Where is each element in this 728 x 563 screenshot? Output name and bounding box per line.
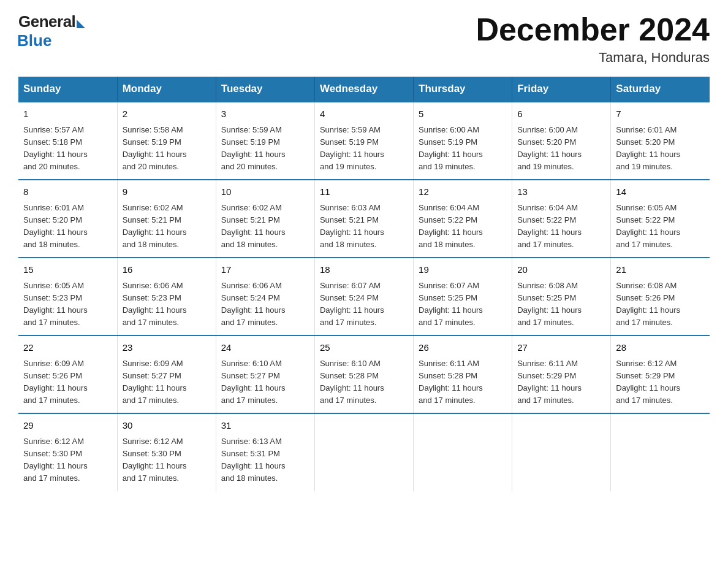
day-info: Sunrise: 6:08 AMSunset: 5:26 PMDaylight:… <box>616 280 705 329</box>
calendar-cell: 2Sunrise: 5:58 AMSunset: 5:19 PMDaylight… <box>117 102 216 180</box>
day-info: Sunrise: 5:59 AMSunset: 5:19 PMDaylight:… <box>320 124 408 174</box>
calendar-week-row: 29Sunrise: 6:12 AMSunset: 5:30 PMDayligh… <box>18 413 710 491</box>
day-info: Sunrise: 6:09 AMSunset: 5:26 PMDaylight:… <box>23 358 112 407</box>
calendar-cell: 24Sunrise: 6:10 AMSunset: 5:27 PMDayligh… <box>216 335 314 413</box>
calendar-cell: 27Sunrise: 6:11 AMSunset: 5:29 PMDayligh… <box>512 335 611 413</box>
day-number: 24 <box>221 341 309 355</box>
calendar-cell: 14Sunrise: 6:05 AMSunset: 5:22 PMDayligh… <box>611 180 710 258</box>
calendar-cell: 16Sunrise: 6:06 AMSunset: 5:23 PMDayligh… <box>117 258 216 335</box>
calendar-cell: 3Sunrise: 5:59 AMSunset: 5:19 PMDaylight… <box>216 102 314 180</box>
day-info: Sunrise: 6:02 AMSunset: 5:21 PMDaylight:… <box>221 202 309 251</box>
header-sunday: Sunday <box>18 77 117 102</box>
calendar-cell <box>314 413 413 491</box>
day-info: Sunrise: 6:08 AMSunset: 5:25 PMDaylight:… <box>517 280 605 329</box>
header-wednesday: Wednesday <box>314 77 413 102</box>
calendar-cell: 23Sunrise: 6:09 AMSunset: 5:27 PMDayligh… <box>117 335 216 413</box>
day-number: 27 <box>517 341 605 355</box>
day-number: 9 <box>123 185 211 199</box>
day-info: Sunrise: 6:07 AMSunset: 5:25 PMDaylight:… <box>419 280 507 329</box>
calendar-cell: 31Sunrise: 6:13 AMSunset: 5:31 PMDayligh… <box>216 413 314 491</box>
day-number: 6 <box>517 107 605 121</box>
day-info: Sunrise: 6:07 AMSunset: 5:24 PMDaylight:… <box>320 280 408 329</box>
month-title: December 2024 <box>476 12 710 47</box>
day-number: 15 <box>23 263 112 277</box>
day-number: 1 <box>23 107 112 121</box>
calendar-week-row: 15Sunrise: 6:05 AMSunset: 5:23 PMDayligh… <box>18 258 710 335</box>
day-info: Sunrise: 6:13 AMSunset: 5:31 PMDaylight:… <box>221 435 309 485</box>
calendar-cell: 28Sunrise: 6:12 AMSunset: 5:29 PMDayligh… <box>611 335 710 413</box>
day-number: 13 <box>517 185 605 199</box>
day-number: 8 <box>23 185 112 199</box>
day-number: 19 <box>419 263 507 277</box>
calendar-week-row: 22Sunrise: 6:09 AMSunset: 5:26 PMDayligh… <box>18 335 710 413</box>
calendar-cell: 30Sunrise: 6:12 AMSunset: 5:30 PMDayligh… <box>117 413 216 491</box>
calendar-cell: 5Sunrise: 6:00 AMSunset: 5:19 PMDaylight… <box>414 102 512 180</box>
day-info: Sunrise: 6:01 AMSunset: 5:20 PMDaylight:… <box>616 124 705 174</box>
day-number: 2 <box>123 107 211 121</box>
calendar-week-row: 1Sunrise: 5:57 AMSunset: 5:18 PMDaylight… <box>18 102 710 180</box>
calendar-cell: 18Sunrise: 6:07 AMSunset: 5:24 PMDayligh… <box>314 258 413 335</box>
header-tuesday: Tuesday <box>216 77 314 102</box>
day-info: Sunrise: 6:05 AMSunset: 5:23 PMDaylight:… <box>23 280 112 329</box>
day-number: 16 <box>123 263 211 277</box>
day-number: 22 <box>23 341 112 355</box>
day-number: 3 <box>221 107 309 121</box>
calendar-cell: 8Sunrise: 6:01 AMSunset: 5:20 PMDaylight… <box>18 180 117 258</box>
calendar-cell: 7Sunrise: 6:01 AMSunset: 5:20 PMDaylight… <box>611 102 710 180</box>
calendar-header-row: SundayMondayTuesdayWednesdayThursdayFrid… <box>18 77 710 102</box>
calendar-cell: 4Sunrise: 5:59 AMSunset: 5:19 PMDaylight… <box>314 102 413 180</box>
title-area: December 2024 Tamara, Honduras <box>476 12 710 66</box>
day-info: Sunrise: 6:06 AMSunset: 5:23 PMDaylight:… <box>123 280 211 329</box>
day-number: 7 <box>616 107 705 121</box>
day-number: 17 <box>221 263 309 277</box>
day-number: 28 <box>616 341 705 355</box>
day-info: Sunrise: 6:09 AMSunset: 5:27 PMDaylight:… <box>123 358 211 407</box>
day-number: 14 <box>616 185 705 199</box>
page-header: General Blue December 2024 Tamara, Hondu… <box>18 12 710 66</box>
day-info: Sunrise: 6:11 AMSunset: 5:28 PMDaylight:… <box>419 358 507 407</box>
day-info: Sunrise: 6:12 AMSunset: 5:29 PMDaylight:… <box>616 358 705 407</box>
day-info: Sunrise: 6:12 AMSunset: 5:30 PMDaylight:… <box>123 435 211 485</box>
day-info: Sunrise: 6:04 AMSunset: 5:22 PMDaylight:… <box>419 202 507 251</box>
calendar-cell: 15Sunrise: 6:05 AMSunset: 5:23 PMDayligh… <box>18 258 117 335</box>
logo: General Blue <box>18 12 85 50</box>
day-info: Sunrise: 6:01 AMSunset: 5:20 PMDaylight:… <box>23 202 112 251</box>
day-info: Sunrise: 5:57 AMSunset: 5:18 PMDaylight:… <box>23 124 112 174</box>
calendar-cell: 17Sunrise: 6:06 AMSunset: 5:24 PMDayligh… <box>216 258 314 335</box>
day-number: 31 <box>221 419 309 433</box>
day-info: Sunrise: 6:02 AMSunset: 5:21 PMDaylight:… <box>123 202 211 251</box>
calendar-cell: 13Sunrise: 6:04 AMSunset: 5:22 PMDayligh… <box>512 180 611 258</box>
calendar-cell: 9Sunrise: 6:02 AMSunset: 5:21 PMDaylight… <box>117 180 216 258</box>
calendar-cell: 12Sunrise: 6:04 AMSunset: 5:22 PMDayligh… <box>414 180 512 258</box>
calendar-cell: 6Sunrise: 6:00 AMSunset: 5:20 PMDaylight… <box>512 102 611 180</box>
day-number: 5 <box>419 107 507 121</box>
day-info: Sunrise: 6:10 AMSunset: 5:27 PMDaylight:… <box>221 358 309 407</box>
calendar-cell: 1Sunrise: 5:57 AMSunset: 5:18 PMDaylight… <box>18 102 117 180</box>
calendar-week-row: 8Sunrise: 6:01 AMSunset: 5:20 PMDaylight… <box>18 180 710 258</box>
day-number: 10 <box>221 185 309 199</box>
calendar-cell: 22Sunrise: 6:09 AMSunset: 5:26 PMDayligh… <box>18 335 117 413</box>
day-number: 12 <box>419 185 507 199</box>
header-saturday: Saturday <box>611 77 710 102</box>
calendar-cell: 10Sunrise: 6:02 AMSunset: 5:21 PMDayligh… <box>216 180 314 258</box>
calendar-cell: 20Sunrise: 6:08 AMSunset: 5:25 PMDayligh… <box>512 258 611 335</box>
logo-triangle-icon <box>77 20 85 28</box>
day-info: Sunrise: 6:05 AMSunset: 5:22 PMDaylight:… <box>616 202 705 251</box>
day-number: 21 <box>616 263 705 277</box>
location: Tamara, Honduras <box>476 50 710 66</box>
header-thursday: Thursday <box>414 77 512 102</box>
calendar-cell <box>611 413 710 491</box>
calendar-cell: 21Sunrise: 6:08 AMSunset: 5:26 PMDayligh… <box>611 258 710 335</box>
logo-blue-text: Blue <box>17 31 51 50</box>
day-number: 4 <box>320 107 408 121</box>
day-number: 25 <box>320 341 408 355</box>
day-number: 26 <box>419 341 507 355</box>
day-info: Sunrise: 6:11 AMSunset: 5:29 PMDaylight:… <box>517 358 605 407</box>
day-info: Sunrise: 6:12 AMSunset: 5:30 PMDaylight:… <box>23 435 112 485</box>
logo-general-text: General <box>18 12 75 31</box>
day-info: Sunrise: 5:58 AMSunset: 5:19 PMDaylight:… <box>123 124 211 174</box>
calendar-table: SundayMondayTuesdayWednesdayThursdayFrid… <box>18 77 710 491</box>
day-number: 23 <box>123 341 211 355</box>
day-info: Sunrise: 6:06 AMSunset: 5:24 PMDaylight:… <box>221 280 309 329</box>
header-friday: Friday <box>512 77 611 102</box>
